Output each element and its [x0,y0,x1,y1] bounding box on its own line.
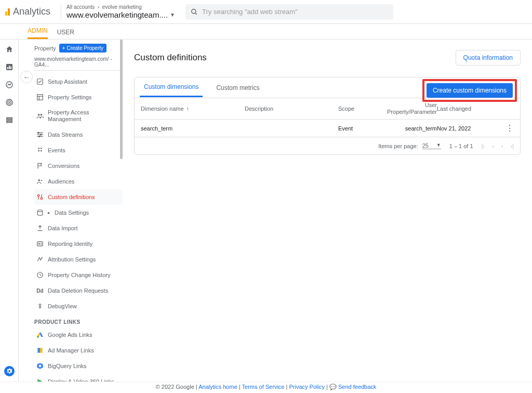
back-button[interactable]: ← [20,71,33,83]
page-prev-icon[interactable]: ‹ [492,143,494,149]
svg-line-1 [195,12,197,14]
svg-rect-46 [37,348,40,353]
admin-gear-icon[interactable] [4,366,15,376]
bigquery-icon [36,362,44,370]
nav-rail [0,40,19,382]
chevron-down-icon: ▼ [170,12,175,18]
nav-events[interactable]: Events [34,142,123,158]
link-bigquery[interactable]: BigQuery Links [34,358,123,374]
col-user-prop-param[interactable]: UserProperty/Parameter [375,102,437,115]
page-first-icon[interactable]: |‹ [482,143,485,149]
svg-point-23 [41,134,42,135]
col-scope[interactable]: Scope [338,106,375,112]
account-selector[interactable]: All accounts › evolve marketing www.evol… [66,4,175,20]
deletion-icon: Dd [36,287,44,294]
property-name: www.evolvemarketingteam.... [66,10,168,20]
svg-point-32 [37,195,39,197]
scrollbar[interactable] [120,40,123,159]
tab-custom-metrics[interactable]: Custom metrics [212,79,263,97]
svg-point-42 [39,304,41,306]
definitions-card: Custom dimensions Custom metrics Create … [134,77,521,155]
reports-icon[interactable] [5,62,14,72]
nav-conversions[interactable]: Conversions [34,158,123,174]
chevron-down-icon: ▼ [436,142,441,149]
quota-button[interactable]: Quota information [456,50,521,66]
nav-access-mgmt[interactable]: Property AccessManagement [34,105,123,127]
streams-icon [36,131,44,138]
footer-tos[interactable]: Terms of Service [242,384,285,390]
history-icon [36,271,44,279]
link-google-ads[interactable]: Google Ads Links [34,327,123,343]
footer-feedback[interactable]: Send feedback [338,384,376,390]
attribution-icon [36,256,44,263]
page-next-icon[interactable]: › [501,143,503,149]
audience-icon [36,178,44,185]
ad-manager-icon [36,347,44,354]
svg-point-0 [192,9,196,13]
upload-icon [36,225,44,232]
chevron-right-icon: › [98,4,99,10]
configure-icon[interactable] [5,115,14,125]
svg-point-31 [41,180,42,181]
brand-name: Analytics [13,6,50,17]
crumb-account: evolve marketing [102,4,142,10]
custom-icon [36,193,44,201]
database-icon [36,209,44,216]
tab-user[interactable]: USER [57,29,74,39]
more-vert-icon[interactable]: ⋮ [506,124,514,133]
page-last-icon[interactable]: ›| [510,143,514,149]
advertising-icon[interactable] [5,98,14,107]
page-range: 1 – 1 of 1 [449,143,473,149]
nav-debugview[interactable]: DebugView [34,298,123,314]
col-dimension-name[interactable]: Dimension name [141,106,184,112]
svg-rect-47 [40,348,43,353]
flag-icon [36,162,44,169]
svg-rect-10 [6,117,12,119]
nav-custom-definitions[interactable]: Custom definitions [34,189,123,205]
nav-attribution[interactable]: Attribution Settings [34,252,123,267]
svg-rect-14 [37,95,43,100]
cell-scope: Event [338,125,375,132]
col-last-changed[interactable]: Last changed [437,106,489,112]
svg-rect-3 [7,67,8,69]
tab-admin[interactable]: ADMIN [28,27,48,39]
explore-icon[interactable] [5,80,14,89]
svg-point-18 [41,114,43,116]
tab-custom-dimensions[interactable]: Custom dimensions [140,78,203,97]
ipp-select[interactable]: 25▼ [422,142,441,149]
property-domain[interactable]: www.evolvemarketingteam.com/ - GA4... [34,55,123,71]
plus-icon: + [62,45,65,51]
nav-data-deletion[interactable]: DdData Deletion Requests [34,283,123,298]
nav-reporting-identity[interactable]: Reporting Identity [34,236,123,252]
nav-data-streams[interactable]: Data Streams [34,127,123,142]
nav-data-import[interactable]: Data Import [34,220,123,236]
svg-point-9 [9,102,9,102]
col-description[interactable]: Description [245,106,338,112]
nav-data-settings[interactable]: ▸Data Settings [34,205,123,220]
ipp-label: Items per page: [378,143,418,149]
svg-point-33 [41,198,43,200]
nav-change-history[interactable]: Property Change History [34,267,123,283]
debug-icon [36,303,44,310]
nav-property-settings[interactable]: Property Settings [34,89,123,105]
layout-icon [36,94,44,101]
svg-point-24 [39,136,40,137]
caret-right-icon: ▸ [48,210,50,215]
footer: © 2022 Google | Analytics home | Terms o… [0,382,532,393]
nav-setup-assistant[interactable]: Setup Assistant [34,74,123,89]
people-icon [36,112,44,120]
footer-privacy[interactable]: Privacy Policy [289,384,324,390]
link-ad-manager[interactable]: Ad Manager Links [34,343,123,358]
cell-lc: Nov 21, 2022 [437,125,489,132]
footer-analytics-home[interactable]: Analytics home [198,384,237,390]
link-dv360[interactable]: Display & Video 360 Links [34,374,123,382]
dv360-icon [36,378,44,382]
home-icon[interactable] [5,45,14,54]
table-row: search_term Event search_term Nov 21, 20… [135,120,520,137]
nav-audiences[interactable]: Audiences [34,174,123,189]
svg-rect-11 [6,120,12,121]
search-box[interactable]: Try searching "add web stream" [185,4,393,20]
create-dimension-button[interactable]: Create custom dimensions [427,83,513,98]
create-property-button[interactable]: + Create Property [59,44,107,53]
search-icon [191,8,198,16]
